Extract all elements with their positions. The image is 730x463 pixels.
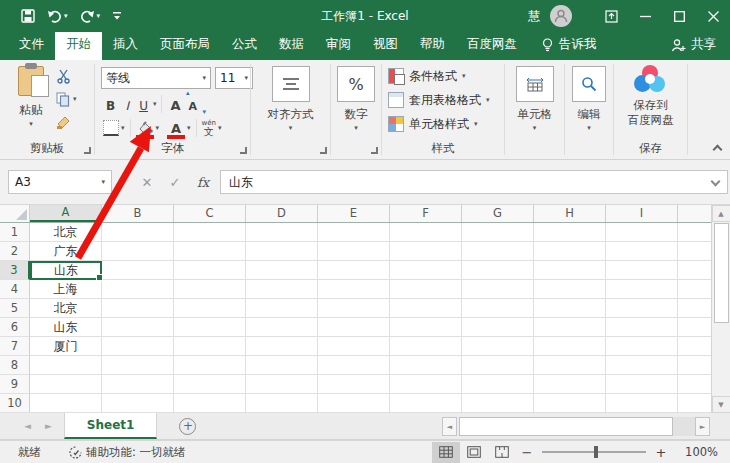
cell-B4[interactable] [102, 280, 174, 299]
conditional-formatting-button[interactable]: 条件格式 ▾ [382, 64, 504, 88]
user-name[interactable]: 慧 [528, 8, 540, 25]
underline-button[interactable]: U [136, 94, 151, 114]
scroll-right-button[interactable]: ► [695, 417, 710, 436]
column-header-I[interactable]: I [606, 205, 678, 222]
format-painter-button[interactable] [56, 114, 71, 130]
cell-F1[interactable] [390, 223, 462, 242]
redo-caret-icon[interactable]: ▾ [97, 12, 101, 20]
tab-帮助[interactable]: 帮助 [409, 30, 456, 60]
cell-G6[interactable] [462, 318, 534, 337]
cell-C3[interactable] [174, 261, 246, 280]
cell-H8[interactable] [534, 356, 606, 375]
cell-H6[interactable] [534, 318, 606, 337]
cell-D8[interactable] [246, 356, 318, 375]
tab-开始[interactable]: 开始 [55, 30, 102, 60]
row-header-5[interactable]: 5 [0, 299, 30, 318]
cell-D9[interactable] [246, 375, 318, 394]
paste-button[interactable]: 粘贴 ▾ [10, 66, 52, 128]
cell-A7[interactable]: 厦门 [30, 337, 102, 356]
next-sheet-icon[interactable]: ► [45, 421, 52, 431]
column-header-G[interactable]: G [462, 205, 534, 222]
page-break-view-button[interactable] [488, 442, 516, 463]
cell-I4[interactable] [606, 280, 678, 299]
row-header-10[interactable]: 10 [0, 394, 30, 413]
cell-D10[interactable] [246, 394, 318, 413]
fill-color-caret-icon[interactable]: ▾ [156, 125, 160, 132]
cell-B3[interactable] [102, 261, 174, 280]
zoom-slider[interactable] [542, 451, 646, 453]
accessibility-status[interactable]: 辅助功能: 一切就绪 [69, 445, 186, 460]
cell-H4[interactable] [534, 280, 606, 299]
borders-caret-icon[interactable]: ▾ [121, 125, 125, 132]
cell-I9[interactable] [606, 375, 678, 394]
cell-I1[interactable] [606, 223, 678, 242]
cell-G1[interactable] [462, 223, 534, 242]
cell-F9[interactable] [390, 375, 462, 394]
cell-I7[interactable] [606, 337, 678, 356]
copy-caret-icon[interactable]: ▾ [73, 96, 77, 103]
cell-B8[interactable] [102, 356, 174, 375]
cell-B1[interactable] [102, 223, 174, 242]
row-header-2[interactable]: 2 [0, 242, 30, 261]
tab-数据[interactable]: 数据 [268, 30, 315, 60]
cell-C1[interactable] [174, 223, 246, 242]
minimize-button[interactable] [628, 0, 662, 32]
undo-caret-icon[interactable]: ▾ [64, 12, 68, 20]
cell-F3[interactable] [390, 261, 462, 280]
column-header-H[interactable]: H [534, 205, 606, 222]
cell-G2[interactable] [462, 242, 534, 261]
tab-审阅[interactable]: 审阅 [315, 30, 362, 60]
row-header-4[interactable]: 4 [0, 280, 30, 299]
font-name-select[interactable]: 等线 ▾ [101, 67, 211, 89]
cell-E1[interactable] [318, 223, 390, 242]
cell-E10[interactable] [318, 394, 390, 413]
cell-C9[interactable] [174, 375, 246, 394]
cell-A10[interactable] [30, 394, 102, 413]
cell-D5[interactable] [246, 299, 318, 318]
decrease-font-size-button[interactable]: A▾ [186, 94, 201, 114]
italic-button[interactable]: I [120, 94, 134, 114]
zoom-out-button[interactable]: − [516, 445, 538, 460]
cell-E5[interactable] [318, 299, 390, 318]
cell-A5[interactable]: 北京 [30, 299, 102, 318]
tab-百度网盘[interactable]: 百度网盘 [456, 30, 528, 60]
row-header-7[interactable]: 7 [0, 337, 30, 356]
collapse-ribbon-button[interactable] [713, 145, 723, 155]
cell-D4[interactable] [246, 280, 318, 299]
cell-D3[interactable] [246, 261, 318, 280]
fill-color-button[interactable] [136, 118, 154, 138]
font-size-select[interactable]: 11 ▾ [215, 67, 253, 89]
formula-bar-expand-icon[interactable] [711, 177, 721, 187]
underline-caret-icon[interactable]: ▾ [153, 101, 157, 108]
undo-button[interactable]: ▾ [42, 4, 73, 28]
cut-button[interactable] [56, 68, 71, 84]
cell-C2[interactable] [174, 242, 246, 261]
cell-E9[interactable] [318, 375, 390, 394]
scroll-down-button[interactable]: ▼ [712, 396, 730, 413]
cell-D6[interactable] [246, 318, 318, 337]
cell-E6[interactable] [318, 318, 390, 337]
cell-F8[interactable] [390, 356, 462, 375]
save-to-baidu-button[interactable]: 保存到 百度网盘 [614, 65, 687, 128]
increase-font-size-button[interactable]: A▴ [167, 94, 183, 114]
tab-公式[interactable]: 公式 [221, 30, 268, 60]
cell-H10[interactable] [534, 394, 606, 413]
cell-H1[interactable] [534, 223, 606, 242]
cell-G3[interactable] [462, 261, 534, 280]
alignment-button[interactable]: 对齐方式 ▾ [251, 66, 330, 132]
tab-插入[interactable]: 插入 [102, 30, 149, 60]
bold-button[interactable]: B [103, 94, 118, 114]
cell-H9[interactable] [534, 375, 606, 394]
new-sheet-button[interactable]: + [179, 418, 196, 435]
cell-H3[interactable] [534, 261, 606, 280]
cell-D1[interactable] [246, 223, 318, 242]
column-header-A[interactable]: A [30, 205, 102, 222]
phonetic-guide-button[interactable]: wén 文 [202, 120, 216, 137]
cell-H2[interactable] [534, 242, 606, 261]
tab-视图[interactable]: 视图 [362, 30, 409, 60]
copy-button[interactable]: ▾ [56, 91, 77, 107]
scroll-left-button[interactable]: ◄ [442, 417, 457, 436]
column-header-D[interactable]: D [246, 205, 318, 222]
normal-view-button[interactable] [432, 442, 460, 463]
cell-E8[interactable] [318, 356, 390, 375]
